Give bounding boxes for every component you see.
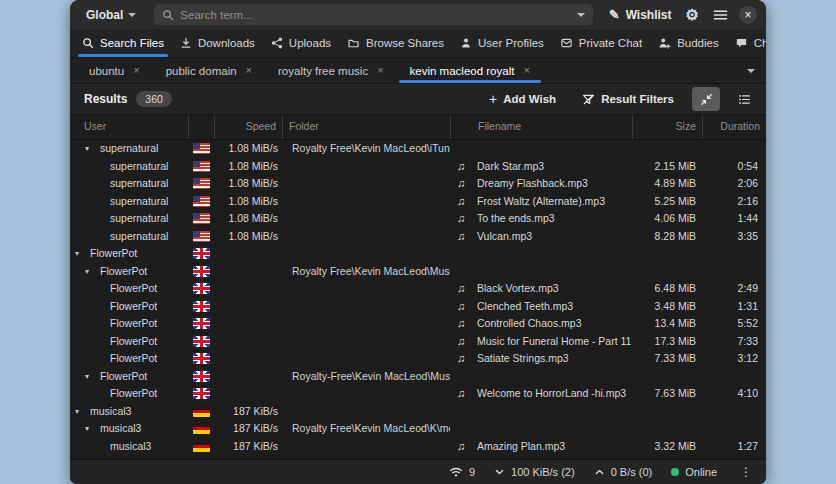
expander-icon[interactable]: ▾: [85, 420, 100, 438]
column-header-user[interactable]: User: [70, 115, 188, 139]
statusbar-menu-button[interactable]: ⋮: [736, 465, 756, 479]
expander-icon[interactable]: ▾: [85, 263, 100, 281]
search-tab-public-domain[interactable]: public domain ×: [153, 58, 265, 83]
upload-rate-indicator[interactable]: 0 B/s (0): [594, 466, 653, 478]
folder-path: [282, 193, 450, 211]
folder-path: Royalty Free\Kevin MacLeod\Music\: [282, 263, 450, 281]
column-header-filename[interactable]: Filename: [472, 115, 632, 139]
file-size: 5.25 MiB: [632, 193, 702, 211]
file-name: [472, 420, 632, 438]
table-row[interactable]: supernatural1.08 MiB/s♫Vulcan.mp38.28 Mi…: [70, 228, 766, 246]
column-header-country[interactable]: [188, 115, 214, 139]
expander-icon[interactable]: ▾: [85, 140, 100, 158]
wishlist-button[interactable]: ✎ Wishlist: [602, 3, 679, 26]
search-icon: [82, 37, 94, 49]
tab-browse-shares[interactable]: Browse Shares: [339, 29, 452, 57]
user-cell: supernatural: [70, 193, 188, 211]
table-row[interactable]: ▾FlowerPotRoyalty Free\Kevin MacLeod\Mus…: [70, 263, 766, 281]
envelope-icon: [560, 37, 573, 49]
table-row[interactable]: FlowerPot♫Welcome to HorrorLand -hi.mp37…: [70, 385, 766, 403]
column-header-filetype[interactable]: [450, 115, 472, 139]
speed-value: [214, 333, 282, 351]
group-results-toggle[interactable]: [730, 87, 758, 111]
column-header-duration[interactable]: Duration: [702, 115, 766, 139]
column-header-size[interactable]: Size: [632, 115, 702, 139]
table-row[interactable]: FlowerPot♫Clenched Teeth.mp33.48 MiB1:31: [70, 298, 766, 316]
main-menu-button[interactable]: [706, 3, 735, 26]
country-cell: [188, 403, 214, 421]
user-cell: supernatural: [70, 158, 188, 176]
country-cell: [188, 280, 214, 298]
table-row[interactable]: FlowerPot♫Satiate Strings.mp37.33 MiB3:1…: [70, 350, 766, 368]
country-cell: [188, 158, 214, 176]
speed-value: [214, 385, 282, 403]
connections-indicator[interactable]: 9: [449, 466, 475, 478]
column-header-speed[interactable]: Speed: [214, 115, 282, 139]
table-row[interactable]: ▾supernatural1.08 MiB/sRoyalty Free\Kevi…: [70, 140, 766, 158]
close-button[interactable]: ×: [739, 6, 757, 24]
table-row[interactable]: FlowerPot♫Black Vortex.mp36.48 MiB2:49: [70, 280, 766, 298]
table-row[interactable]: supernatural1.08 MiB/s♫To the ends.mp34.…: [70, 210, 766, 228]
country-cell: [188, 420, 214, 438]
tab-downloads[interactable]: Downloads: [172, 29, 263, 57]
folder-icon: [347, 37, 360, 49]
table-row[interactable]: supernatural1.08 MiB/s♫Dark Star.mp32.15…: [70, 158, 766, 176]
table-row[interactable]: ▾musical3187 KiB/sRoyalty Free\Kevin Mac…: [70, 420, 766, 438]
file-duration: 1:44: [702, 210, 766, 228]
table-row[interactable]: supernatural1.08 MiB/s♫Dreamy Flashback.…: [70, 175, 766, 193]
user-cell: FlowerPot: [70, 350, 188, 368]
filetype-cell: ♫: [450, 298, 472, 316]
table-row[interactable]: musical3187 KiB/s♫Amazing Plan.mp33.32 M…: [70, 438, 766, 456]
search-tab-royalty-free-music[interactable]: royalty free music ×: [265, 58, 397, 83]
tab-chat-rooms[interactable]: Chat Rooms: [727, 29, 766, 57]
close-tab-icon[interactable]: ×: [133, 65, 139, 76]
tab-private-chat[interactable]: Private Chat: [552, 29, 650, 57]
user-name: FlowerPot: [110, 333, 157, 351]
gear-icon: ⚙: [686, 7, 699, 22]
close-tab-icon[interactable]: ×: [377, 65, 383, 76]
speed-value: 1.08 MiB/s: [214, 210, 282, 228]
table-row[interactable]: FlowerPot♫Controlled Chaos.mp313.4 MiB5:…: [70, 315, 766, 333]
expander-icon[interactable]: ▾: [75, 403, 90, 421]
tab-overflow-button[interactable]: [736, 58, 766, 83]
table-row[interactable]: supernatural1.08 MiB/s♫Frost Waltz (Alte…: [70, 193, 766, 211]
expander-icon[interactable]: ▾: [75, 245, 90, 263]
flag-us-icon: [193, 196, 210, 207]
wifi-icon: [449, 466, 463, 478]
user-cell: musical3: [70, 438, 188, 456]
collapse-all-toggle[interactable]: [692, 87, 720, 111]
folder-path: [282, 298, 450, 316]
search-tab-kevin-macleod[interactable]: kevin macleod royalt ×: [397, 58, 543, 83]
search-history-chevron-icon[interactable]: [577, 13, 585, 17]
tab-buddies[interactable]: Buddies: [650, 29, 727, 57]
user-cell: FlowerPot: [70, 315, 188, 333]
flag-gb-icon: [193, 371, 210, 382]
table-row[interactable]: ▾musical3187 KiB/s: [70, 403, 766, 421]
person-add-icon: [658, 37, 671, 49]
close-tab-icon[interactable]: ×: [246, 65, 252, 76]
table-row[interactable]: ▾FlowerPotRoyalty-Free\Kevin MacLeod\Mus…: [70, 368, 766, 386]
tab-uploads[interactable]: Uploads: [263, 29, 339, 57]
folder-path: [282, 385, 450, 403]
search-input[interactable]: Search term...: [154, 4, 592, 25]
tab-user-profiles[interactable]: User Profiles: [452, 29, 552, 57]
expander-icon[interactable]: ▾: [85, 368, 100, 386]
filter-icon: [582, 93, 595, 106]
file-size: 17.3 MiB: [632, 333, 702, 351]
tab-search-files[interactable]: Search Files: [74, 29, 172, 57]
result-filters-button[interactable]: Result Filters: [574, 87, 682, 111]
close-tab-icon[interactable]: ×: [523, 65, 529, 76]
filetype-cell: ♫: [450, 315, 472, 333]
download-rate-indicator[interactable]: 100 KiB/s (2): [494, 466, 575, 478]
music-note-icon: ♫: [457, 283, 465, 294]
speed-value: [214, 315, 282, 333]
column-header-folder[interactable]: Folder: [282, 115, 450, 139]
table-row[interactable]: FlowerPot♫Music for Funeral Home - Part …: [70, 333, 766, 351]
search-tab-ubuntu[interactable]: ubuntu ×: [76, 58, 153, 83]
connection-status[interactable]: Online: [671, 466, 717, 478]
plus-icon: +: [489, 92, 497, 106]
search-scope-dropdown[interactable]: Global: [76, 3, 146, 26]
add-wish-button[interactable]: + Add Wish: [481, 87, 564, 111]
preferences-button[interactable]: ⚙: [679, 3, 706, 26]
table-row[interactable]: ▾FlowerPot: [70, 245, 766, 263]
